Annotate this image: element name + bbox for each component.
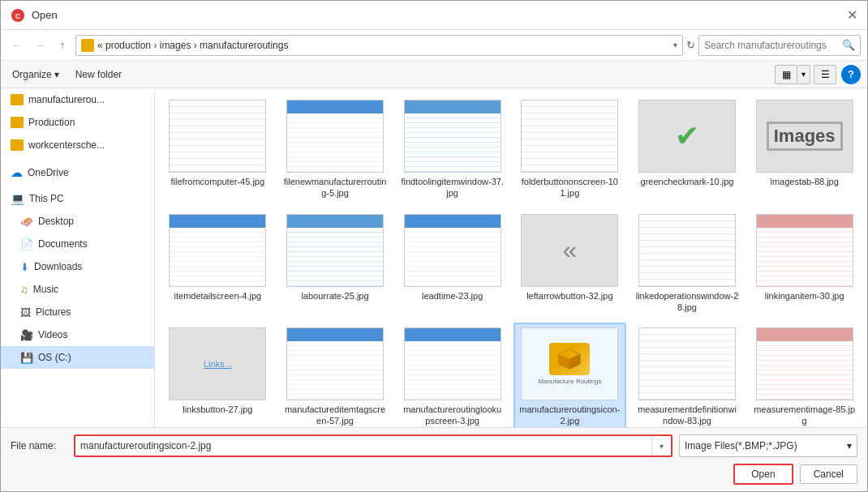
filename-input-wrapper[interactable]: ▾	[74, 434, 672, 457]
file-item-f11[interactable]: linkedoperationswindow-28.jpg	[631, 209, 744, 319]
sidebar-item-osc[interactable]: 💾 OS (C:)	[1, 346, 154, 369]
details-view-button[interactable]: ☰	[814, 65, 836, 84]
file-item-f13[interactable]: Links...linksbutton-27.jpg	[161, 323, 274, 427]
file-thumb: Manufacture Routings	[521, 327, 618, 400]
file-item-f18[interactable]: measurementimage-85.jpg	[748, 323, 861, 427]
file-thumb	[286, 100, 384, 173]
thispc-icon: 💻	[11, 192, 24, 205]
sidebar-item-desktop[interactable]: 🛷 Desktop	[1, 210, 154, 233]
address-box[interactable]: « production › images › manufacturerouti…	[75, 35, 683, 56]
filename-dropdown[interactable]: ▾	[651, 436, 671, 456]
onedrive-icon: ☁	[11, 165, 23, 180]
file-name: measurementimage-85.jpg	[753, 404, 856, 427]
documents-icon: 📄	[20, 238, 33, 250]
view-controls: ▦ ▾ ☰	[775, 65, 836, 84]
file-thumb	[404, 214, 501, 287]
organize-label: Organize	[12, 69, 52, 80]
file-item-f2[interactable]: filenewmanufacturerrouting-5.jpg	[279, 95, 392, 204]
sidebar-item-videos[interactable]: 🎥 Videos	[1, 323, 154, 346]
file-item-f5[interactable]: ✔greencheckmark-10.jpg	[631, 95, 744, 204]
filename-input[interactable]	[75, 440, 651, 451]
file-item-f1[interactable]: filefromcomputer-45.jpg	[161, 95, 274, 204]
file-item-f4[interactable]: folderbuttononscreen-101.jpg	[513, 95, 626, 204]
sidebar-item-onedrive[interactable]: ☁ OneDrive	[1, 161, 154, 184]
file-name: filefromcomputer-45.jpg	[171, 176, 265, 187]
svg-rect-2	[84, 43, 92, 49]
sidebar-label: manufacturerou...	[28, 94, 105, 105]
bottom-area: File name: ▾ Image Files(*.BMP;*.JPG) ▾ …	[1, 427, 867, 491]
file-name: manufactureroutinglookupscreen-3.jpg	[401, 404, 504, 427]
address-dropdown-icon[interactable]: ▾	[673, 41, 677, 49]
file-thumb	[286, 327, 384, 400]
file-item-f9[interactable]: leadtime-23.jpg	[396, 209, 509, 319]
sidebar-item-thispc[interactable]: 💻 This PC	[1, 187, 154, 210]
folder-icon	[11, 139, 24, 151]
forward-button[interactable]: →	[30, 36, 49, 55]
sidebar-item-workcenter[interactable]: workcentersche...	[1, 134, 154, 156]
svg-text:C: C	[15, 12, 21, 20]
onedrive-label: OneDrive	[28, 167, 69, 178]
cancel-button[interactable]: Cancel	[800, 464, 857, 484]
view-dropdown[interactable]: ▾	[797, 65, 810, 84]
file-item-f16[interactable]: Manufacture Routings manufactureroutings…	[513, 323, 626, 427]
desktop-icon: 🛷	[20, 216, 33, 228]
file-thumb	[404, 100, 501, 173]
file-name: labourrate-25.jpg	[301, 290, 368, 302]
file-item-f12[interactable]: linkinganitem-30.jpg	[748, 209, 861, 319]
drive-icon: 💾	[20, 352, 33, 364]
app-icon: C	[11, 8, 25, 23]
filetype-value: Image Files(*.BMP;*.JPG)	[685, 440, 797, 451]
sidebar-item-manufactureroutings[interactable]: manufacturerou...	[1, 88, 154, 111]
up-button[interactable]: ↑	[53, 36, 72, 55]
main-area: manufacturerou... Production workcenters…	[1, 88, 867, 427]
sidebar-item-pictures[interactable]: 🖼 Pictures	[1, 301, 154, 323]
file-item-f10[interactable]: «leftarrowbutton-32.jpg	[513, 209, 626, 319]
filetype-select[interactable]: Image Files(*.BMP;*.JPG) ▾	[679, 434, 857, 457]
sidebar-item-downloads[interactable]: ⬇ Downloads	[1, 255, 154, 278]
organize-dropdown-icon: ▾	[54, 69, 59, 80]
title-bar: C Open ✕	[1, 1, 867, 30]
help-button[interactable]: ?	[841, 65, 861, 84]
sidebar-label: Production	[28, 117, 75, 128]
file-item-f3[interactable]: findtoolingitemwindow-37.jpg	[396, 95, 509, 204]
organize-button[interactable]: Organize ▾	[7, 67, 64, 82]
file-item-f6[interactable]: Imagesimagestab-88.jpg	[748, 95, 861, 204]
osc-label: OS (C:)	[38, 352, 71, 363]
file-thumb: ✔	[638, 100, 736, 173]
pictures-label: Pictures	[36, 306, 71, 318]
filename-label: File name:	[11, 440, 67, 451]
sidebar-item-documents[interactable]: 📄 Documents	[1, 233, 154, 255]
file-thumb: Links...	[169, 327, 266, 400]
sidebar-item-music[interactable]: ♫ Music	[1, 278, 154, 301]
music-label: Music	[33, 284, 58, 295]
open-button[interactable]: Open	[733, 464, 793, 485]
file-item-f17[interactable]: measurementdefinitionwindow-83.jpg	[631, 323, 744, 427]
file-thumb	[169, 214, 266, 287]
file-item-f8[interactable]: labourrate-25.jpg	[279, 209, 392, 319]
music-icon: ♫	[20, 284, 28, 296]
file-thumb	[638, 327, 736, 400]
file-thumb	[756, 214, 853, 287]
file-thumb	[521, 100, 618, 173]
thispc-label: This PC	[29, 193, 64, 204]
file-name: linksbutton-27.jpg	[183, 404, 252, 415]
close-button[interactable]: ✕	[847, 9, 857, 22]
file-item-f14[interactable]: manufactureditemtagscreen-57.jpg	[279, 323, 392, 427]
file-thumb	[756, 327, 853, 400]
file-grid-area: filefromcomputer-45.jpgfilenewmanufactur…	[155, 88, 867, 427]
file-thumb: Images	[756, 100, 853, 173]
view-button[interactable]: ▦	[775, 65, 797, 84]
file-item-f15[interactable]: manufactureroutinglookupscreen-3.jpg	[396, 323, 509, 427]
file-name: greencheckmark-10.jpg	[641, 176, 734, 187]
file-thumb	[286, 214, 384, 287]
search-box[interactable]: 🔍	[698, 35, 861, 56]
file-thumb	[638, 214, 736, 287]
documents-label: Documents	[38, 238, 88, 250]
new-folder-button[interactable]: New folder	[71, 67, 127, 82]
action-row: Open Cancel	[11, 464, 857, 485]
back-button[interactable]: ←	[7, 36, 27, 55]
search-input[interactable]	[704, 40, 839, 51]
file-item-f7[interactable]: itemdetailscreen-4.jpg	[161, 209, 274, 319]
sidebar-item-production[interactable]: Production	[1, 111, 154, 134]
refresh-button[interactable]: ↻	[686, 39, 695, 51]
